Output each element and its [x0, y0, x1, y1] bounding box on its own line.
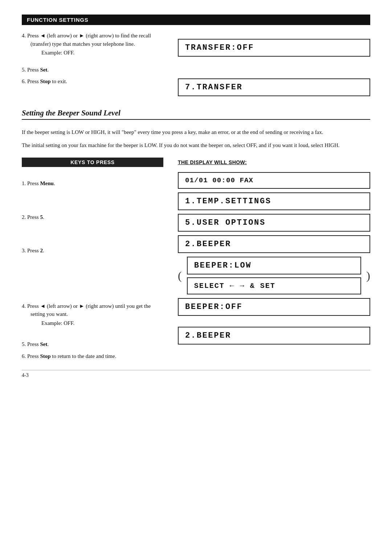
beeper-para1: If the beeper setting is LOW or HIGH, it… [22, 128, 370, 137]
display-beeper-off: BEEPER:OFF [178, 298, 370, 316]
section-title-beeper: Setting the Beeper Sound Level [22, 109, 370, 120]
step-5-number: 5. [22, 67, 26, 73]
display-transfer-off: TRANSFER:OFF [178, 39, 370, 57]
beeper-step-5-bold: Set [40, 341, 47, 347]
beeper-right-col: 01/01 00:00 FAX 1.TEMP.SETTINGS 5.USER O… [174, 172, 370, 364]
step-6-number: 6. [22, 78, 26, 84]
display-7-transfer: 7.TRANSFER [178, 78, 370, 96]
display-select-arrows: SELECT ← → & SET [187, 277, 362, 294]
display-user-options: 5.USER OPTIONS [178, 214, 370, 232]
left-curve-icon: ( [178, 269, 182, 282]
beeper-step-6: 6. Press Stop to return to the date and … [22, 352, 163, 360]
step-6-top: 6. Press Stop to exit. [22, 77, 163, 86]
display-header-col: THE DISPLAY WILL SHOW: [174, 158, 370, 167]
beeper-left-col: 1. Press Menu. 2. Press 5. 3. Press 2. 4… [22, 172, 174, 364]
beeper-step-6-bold: Stop [40, 353, 50, 359]
column-headers-row: KEYS TO PRESS THE DISPLAY WILL SHOW: [22, 158, 370, 167]
beeper-step-1-bold: Menu [40, 180, 54, 186]
page: FUNCTION SETTINGS 4. Press ◄ (left arrow… [0, 0, 392, 389]
display-will-show-header: THE DISPLAY WILL SHOW: [178, 158, 370, 167]
top-left-col: 4. Press ◄ (left arrow) or ► (right arro… [22, 32, 174, 96]
page-footer: 4-3 [22, 370, 370, 378]
beeper-step-3-bold: 2 [40, 248, 43, 253]
beeper-step-5: 5. Press Set. [22, 340, 163, 349]
keys-header-col: KEYS TO PRESS [22, 158, 174, 167]
beeper-step-3-number: 3. [22, 248, 26, 253]
beeper-arrow-right-icon: ► [79, 303, 85, 309]
beeper-step-3: 3. Press 2. [22, 247, 163, 255]
arrow-right-icon: ► [79, 33, 85, 38]
keys-to-press-header: KEYS TO PRESS [22, 158, 163, 167]
page-number: 4-3 [22, 372, 29, 378]
beeper-step-4-number: 4. [22, 303, 26, 309]
display-2-beeper: 2.BEEPER [178, 235, 370, 253]
step-4-number: 4. [22, 33, 26, 38]
beeper-step-2: 2. Press 5. [22, 213, 163, 221]
beeper-step-5-number: 5. [22, 341, 26, 347]
step-4-example: Example: OFF. [30, 49, 163, 57]
step-4-top: 4. Press ◄ (left arrow) or ► (right arro… [22, 32, 163, 57]
beeper-step-4: 4. Press ◄ (left arrow) or ► (right arro… [22, 302, 163, 327]
beeper-para2: The initial setting on your fax machine … [22, 141, 370, 150]
beeper-step-2-number: 2. [22, 214, 26, 220]
top-right-col: TRANSFER:OFF 7.TRANSFER [174, 32, 370, 96]
display-2-beeper-final: 2.BEEPER [178, 327, 370, 345]
beeper-step-6-number: 6. [22, 353, 26, 359]
beeper-step-4-example: Example: OFF. [30, 319, 163, 327]
step-5-top: 5. Press Set. [22, 66, 163, 74]
display-temp-settings: 1.TEMP.SETTINGS [178, 192, 370, 210]
step-5-bold: Set [40, 67, 47, 73]
arrow-left-icon: ◄ [40, 33, 45, 38]
function-settings-header: FUNCTION SETTINGS [22, 15, 370, 25]
beeper-step-1-number: 1. [22, 180, 26, 186]
beeper-step-1: 1. Press Menu. [22, 179, 163, 188]
beeper-step-2-bold: 5 [40, 214, 43, 220]
top-section: 4. Press ◄ (left arrow) or ► (right arro… [22, 32, 370, 96]
beeper-arrow-left-icon: ◄ [40, 303, 45, 309]
right-curve-icon: ) [366, 269, 370, 282]
display-datetime: 01/01 00:00 FAX [178, 172, 370, 189]
beeper-steps-section: 1. Press Menu. 2. Press 5. 3. Press 2. 4… [22, 172, 370, 364]
step-6-bold: Stop [40, 78, 50, 84]
display-beeper-low: BEEPER:LOW [187, 257, 362, 274]
select-row-beeper-low: ( BEEPER:LOW SELECT ← → & SET ) [178, 257, 370, 294]
